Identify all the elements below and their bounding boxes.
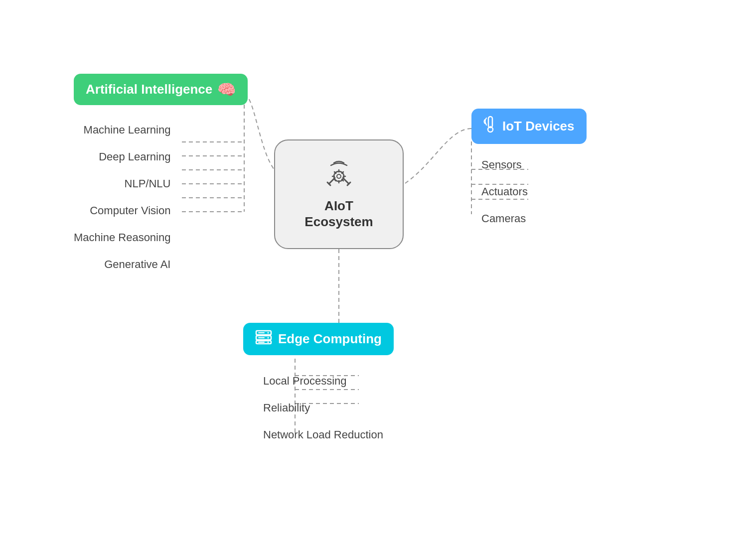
- edge-badge-icon: [255, 330, 272, 348]
- iot-subitems: Sensors Actuators Cameras: [481, 158, 528, 225]
- edge-badge: Edge Computing: [243, 323, 394, 355]
- ai-subitem-0: Machine Learning: [74, 124, 174, 136]
- svg-line-26: [329, 178, 335, 184]
- ai-subitem-1: Deep Learning: [74, 150, 174, 163]
- edge-subitems: Local Processing Reliability Network Loa…: [263, 375, 383, 441]
- ai-badge-icon: 🧠: [217, 81, 236, 98]
- center-label: AIoTEcosystem: [304, 198, 373, 230]
- ai-subitem-5: Generative AI: [74, 258, 174, 271]
- iot-subitem-1: Actuators: [481, 185, 528, 198]
- svg-point-38: [268, 342, 269, 343]
- svg-point-17: [337, 174, 341, 178]
- svg-point-36: [268, 332, 269, 334]
- center-node: AIoTEcosystem: [274, 139, 404, 249]
- diagram-container: AIoTEcosystem Artificial Intelligence 🧠 …: [0, 0, 756, 538]
- ai-subitem-4: Machine Reasoning: [74, 231, 174, 244]
- ai-subitem-3: Computer Vision: [74, 204, 174, 217]
- ai-badge-label: Artificial Intelligence: [86, 82, 212, 97]
- edge-subitem-0: Local Processing: [263, 375, 383, 388]
- svg-rect-30: [488, 117, 492, 128]
- ai-subitem-2: NLP/NLU: [74, 177, 174, 190]
- edge-subitem-2: Network Load Reduction: [263, 428, 383, 441]
- iot-badge-label: IoT Devices: [502, 119, 575, 134]
- center-icon: [319, 159, 359, 193]
- edge-badge-label: Edge Computing: [278, 331, 382, 347]
- ai-badge: Artificial Intelligence 🧠: [74, 74, 248, 105]
- iot-subitem-0: Sensors: [481, 158, 528, 171]
- iot-subitem-2: Cameras: [481, 212, 528, 225]
- iot-badge-icon: [483, 116, 497, 137]
- edge-subitem-1: Reliability: [263, 402, 383, 414]
- svg-point-37: [268, 337, 269, 339]
- ai-subitems: Machine Learning Deep Learning NLP/NLU C…: [74, 124, 174, 271]
- iot-badge: IoT Devices: [471, 109, 587, 144]
